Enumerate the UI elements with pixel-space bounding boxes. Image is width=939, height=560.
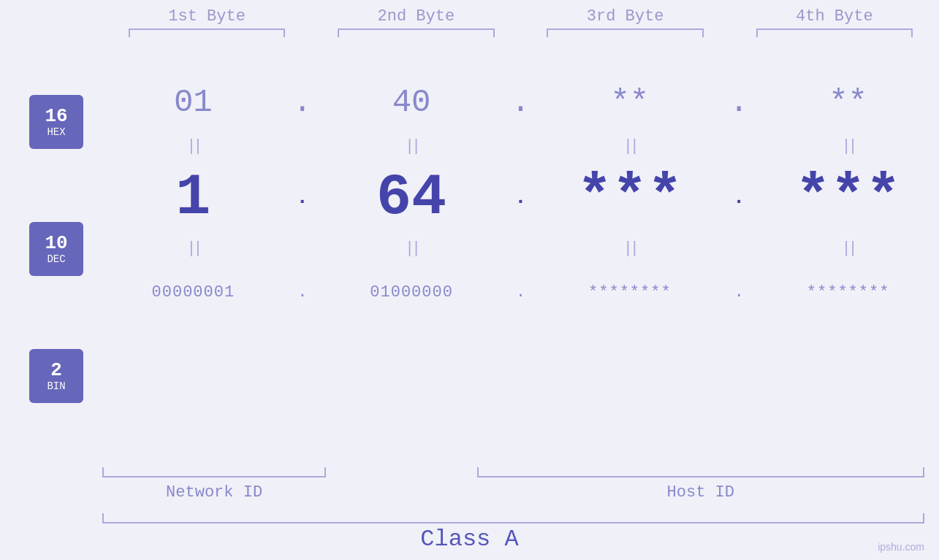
bin-number: 2 <box>50 360 62 381</box>
eq-2: || <box>321 137 503 156</box>
eq2-1: || <box>102 239 284 258</box>
bin-val-4: ******** <box>757 283 939 302</box>
top-brackets <box>0 28 939 37</box>
byte-label-4: 4th Byte <box>730 7 939 28</box>
hex-val-4: ** <box>757 84 939 120</box>
bottom-brackets <box>102 467 924 477</box>
dec-dot-2: . <box>503 186 539 209</box>
bracket-2 <box>338 28 495 37</box>
bracket-cell-2 <box>311 28 520 37</box>
dec-row: 1 . 64 . *** . *** <box>102 161 939 234</box>
eq-3: || <box>539 137 721 156</box>
byte-label-1: 1st Byte <box>102 7 311 28</box>
bin-row: 00000001 . 01000000 . ******** . *******… <box>102 263 939 321</box>
bin-dot-2: . <box>503 283 539 302</box>
bracket-cell-3 <box>521 28 730 37</box>
eq-4: || <box>757 137 939 156</box>
byte-label-3: 3rd Byte <box>521 7 730 28</box>
bin-badge: 2 BIN <box>29 349 83 403</box>
hex-row: 01 . 40 . ** . ** <box>102 73 939 131</box>
bin-val-3: ******** <box>539 283 721 302</box>
eq-1: || <box>102 137 284 156</box>
hex-val-1: 01 <box>102 84 284 120</box>
hex-dot-1: . <box>284 84 321 120</box>
network-id-bracket <box>102 467 326 477</box>
hex-val-3: ** <box>539 84 721 120</box>
byte-label-2: 2nd Byte <box>311 7 520 28</box>
host-id-bracket <box>477 467 925 477</box>
hex-dot-3: . <box>721 84 757 120</box>
bracket-1 <box>129 28 286 37</box>
bracket-4 <box>756 28 913 37</box>
class-label: Class A <box>0 526 939 553</box>
values-grid: 01 . 40 . ** . ** || <box>0 73 939 321</box>
eq-row-1: || || || || <box>102 131 939 161</box>
dec-val-1: 1 <box>102 164 284 231</box>
bin-dot-3: . <box>721 283 757 302</box>
dec-val-3: *** <box>539 164 721 231</box>
network-id-label: Network ID <box>102 483 326 502</box>
dec-dot-1: . <box>284 186 321 209</box>
hex-dot-2: . <box>503 84 539 120</box>
bottom-section: Network ID Host ID <box>102 467 924 502</box>
dec-val-2: 64 <box>321 164 503 231</box>
hex-val-2: 40 <box>321 84 503 120</box>
bin-val-1: 00000001 <box>102 283 284 302</box>
dec-dot-3: . <box>721 186 757 209</box>
host-id-label: Host ID <box>477 483 925 502</box>
dec-val-4: *** <box>757 164 939 231</box>
bin-base: BIN <box>47 380 65 392</box>
bin-val-2: 01000000 <box>321 283 503 302</box>
eq2-3: || <box>539 239 721 258</box>
main-container: 1st Byte 2nd Byte 3rd Byte 4th Byte 16 H… <box>0 0 939 560</box>
bin-dot-1: . <box>284 283 321 302</box>
full-bottom-bracket <box>102 513 924 523</box>
bottom-labels: Network ID Host ID <box>102 483 924 502</box>
eq-row-2: || || || || <box>102 234 939 263</box>
bracket-cell-1 <box>102 28 311 37</box>
eq2-4: || <box>757 239 939 258</box>
eq2-2: || <box>321 239 503 258</box>
bracket-cell-4 <box>730 28 939 37</box>
watermark: ipshu.com <box>878 541 924 553</box>
bracket-3 <box>547 28 704 37</box>
header-row: 1st Byte 2nd Byte 3rd Byte 4th Byte <box>0 7 939 28</box>
